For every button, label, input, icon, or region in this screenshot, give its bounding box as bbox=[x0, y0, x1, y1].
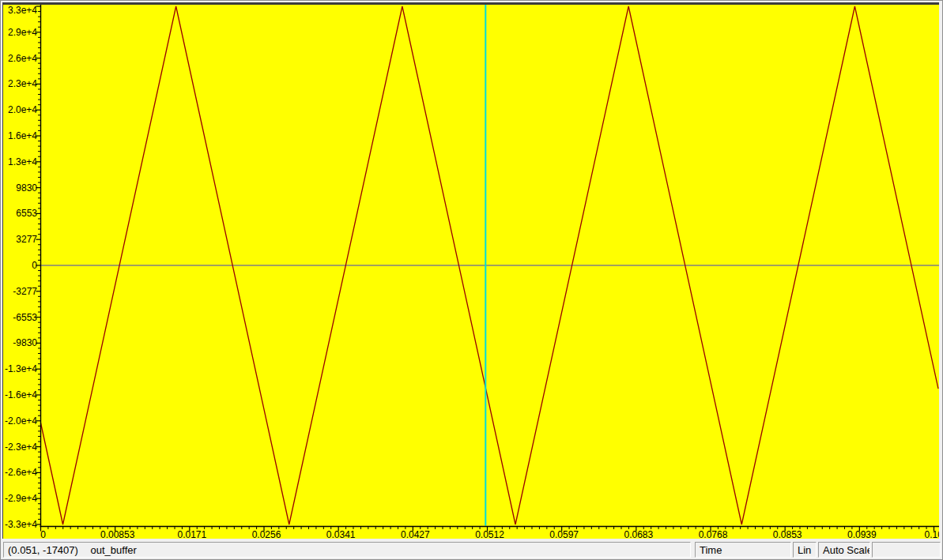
y-axis-tick-label: 0 bbox=[32, 260, 37, 271]
x-axis-tick-label: 0.0512 bbox=[475, 529, 504, 539]
y-axis-tick-label: -2.3e+4 bbox=[5, 442, 37, 453]
x-axis-tick-label: 0.0427 bbox=[401, 529, 430, 539]
x-axis-tick-label: 0.0853 bbox=[773, 529, 802, 539]
y-axis-tick-label: 6553 bbox=[16, 208, 37, 219]
y-axis-tick-label: 2.3e+4 bbox=[8, 78, 37, 89]
x-axis-tick-label: 0.0768 bbox=[699, 529, 728, 539]
x-axis-tick-label: 0.00853 bbox=[100, 529, 135, 539]
y-axis-tick-label: -2.6e+4 bbox=[5, 467, 37, 478]
plot-window: 3.3e+42.9e+42.6e+42.3e+42.0e+41.6e+41.3e… bbox=[0, 0, 943, 560]
status-bar: (0.051, -17407) out_buffer Time Lin Auto… bbox=[2, 541, 942, 559]
y-axis-tick-label: -2.9e+4 bbox=[5, 493, 37, 504]
plot-frame: 3.3e+42.9e+42.6e+42.3e+42.0e+41.6e+41.3e… bbox=[2, 2, 939, 539]
y-axis-tick-label: -9830 bbox=[13, 337, 37, 348]
y-axis-tick-label: -3.3e+4 bbox=[5, 519, 37, 530]
y-axis-tick-label: -1.6e+4 bbox=[5, 389, 37, 400]
x-axis-tick-label: 0.0939 bbox=[847, 529, 877, 539]
x-axis-tick-label: 0.0341 bbox=[326, 529, 356, 539]
y-axis-tick-label: -2.0e+4 bbox=[5, 415, 37, 427]
x-axis-tick-label: 0.0683 bbox=[624, 529, 653, 539]
y-axis-tick-label: 2.6e+4 bbox=[8, 53, 37, 64]
y-axis-tick-label: 1.3e+4 bbox=[8, 156, 37, 167]
scale-mode-pane: Lin bbox=[793, 542, 817, 558]
cursor-readout-pane: (0.051, -17407) out_buffer bbox=[3, 542, 691, 558]
waveform-plot[interactable]: 3.3e+42.9e+42.6e+42.3e+42.0e+41.6e+41.3e… bbox=[3, 5, 939, 539]
x-axis-tick-label: 0 bbox=[40, 529, 46, 539]
y-axis-tick-label: -6553 bbox=[13, 312, 37, 323]
plot-background bbox=[3, 5, 939, 539]
x-axis-tick-label: 0.102 bbox=[924, 529, 939, 539]
spare-pane bbox=[872, 542, 941, 558]
y-axis-tick-label: 3277 bbox=[16, 234, 37, 245]
x-axis-tick-label: 0.0171 bbox=[177, 529, 206, 539]
y-axis-tick-label: -1.3e+4 bbox=[5, 363, 37, 374]
y-axis-tick-label: -3277 bbox=[13, 286, 37, 297]
x-axis-tick-label: 0.0256 bbox=[252, 529, 281, 539]
cursor-coordinates: (0.051, -17407) bbox=[8, 544, 78, 556]
autoscale-pane: Auto Scale bbox=[818, 542, 870, 558]
y-axis-tick-label: 3.3e+4 bbox=[8, 5, 37, 16]
x-axis-mode-pane: Time bbox=[695, 542, 791, 558]
signal-name-label: out_buffer bbox=[91, 544, 137, 556]
y-axis-tick-label: 2.9e+4 bbox=[8, 27, 37, 38]
y-axis-tick-label: 2.0e+4 bbox=[8, 104, 37, 115]
x-axis-tick-label: 0.0597 bbox=[549, 529, 579, 539]
y-axis-tick-label: 9830 bbox=[16, 182, 37, 194]
y-axis-tick-label: 1.6e+4 bbox=[8, 130, 37, 141]
